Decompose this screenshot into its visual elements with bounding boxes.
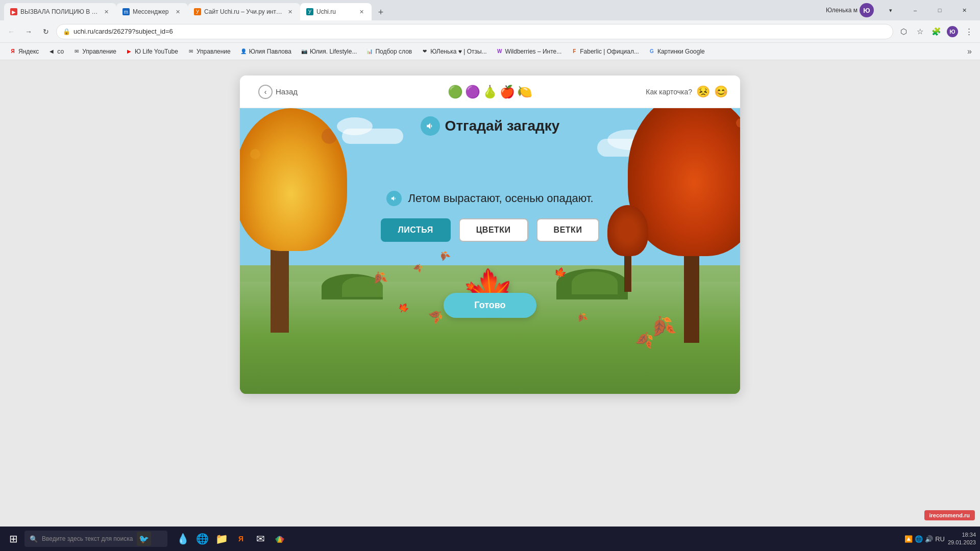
taskbar-folder-icon[interactable]: 📁 (212, 530, 231, 548)
tray-volume-icon[interactable]: 🔊 (925, 535, 933, 543)
tab-bar: ▶ ВЫЗВАЛА ПОЛИЦИЮ В ТРЕШ ✕ m Мессенджер … (0, 0, 980, 20)
bookmark-yulenka-label: ЮЛенька ♥ | Отзы... (430, 48, 486, 55)
rating-bad-button[interactable]: 😣 (696, 85, 710, 98)
tray-network-icon[interactable]: 🌐 (915, 535, 923, 543)
bookmark-yulenka[interactable]: ❤ ЮЛенька ♥ | Отзы... (417, 46, 491, 57)
bookmark-star-icon[interactable]: ☆ (913, 24, 927, 39)
bookmark-lifestyle[interactable]: 📷 Юлия. Lifestyle... (297, 46, 361, 57)
tab-4-close[interactable]: ✕ (357, 8, 365, 16)
answer-buttons: листья цветки ветки (381, 218, 600, 242)
title-sound-button[interactable] (421, 116, 440, 136)
tray-expand-icon[interactable]: 🔼 (904, 535, 913, 543)
tab-3[interactable]: У Сайт Uchi.ru – Учи.ру интеракти... ✕ (188, 3, 300, 20)
start-button[interactable]: ⊞ (4, 530, 22, 548)
profile-button[interactable]: Ю (860, 3, 874, 17)
bookmark-words[interactable]: 📊 Подбор слов (362, 46, 416, 57)
bookmark-yandex[interactable]: Я Яндекс (5, 46, 43, 57)
bookmark-google-images[interactable]: G Картинки Google (644, 46, 709, 57)
bookmark-co-icon: ◀ (48, 48, 55, 55)
bookmark-manage1-label: Управление (82, 48, 116, 55)
bookmark-wildberries[interactable]: W Wildberries – Инте... (492, 46, 566, 57)
taskbar-search-box[interactable]: 🔍 Введите здесь текст для поиска 🐦 (24, 531, 167, 547)
bookmark-wildberries-icon: W (496, 48, 503, 55)
card-rating: Как карточка? 😣 😊 (646, 85, 728, 98)
toolbar-actions: ⬡ ☆ 🧩 Ю ⋮ (896, 24, 976, 39)
bookmark-co[interactable]: ◀ со (44, 46, 68, 57)
menu-button[interactable]: ⋮ (962, 24, 976, 39)
riddle-text-row: Летом вырастают, осенью опадают. (386, 191, 593, 206)
fruit-2: 🟣 (465, 86, 480, 98)
close-button[interactable]: ✕ (952, 2, 976, 18)
bookmarks-more-button[interactable]: » (964, 45, 975, 58)
riddle-text: Летом вырастают, осенью опадают. (408, 192, 593, 205)
bookmark-google-label: Картинки Google (657, 48, 705, 55)
tab-1-close[interactable]: ✕ (102, 8, 110, 16)
taskbar-time-value: 18:34 (948, 531, 976, 539)
tab-1-label: ВЫЗВАЛА ПОЛИЦИЮ В ТРЕШ (20, 8, 99, 15)
tab-2-close[interactable]: ✕ (174, 8, 182, 16)
bookmark-youtube-icon: ▶ (126, 48, 133, 55)
taskbar-clock[interactable]: 18:34 29.01.2023 (948, 531, 976, 547)
answer-button-2[interactable]: цветки (459, 218, 528, 242)
sys-tray-icons: 🔼 🌐 🔊 RU (904, 535, 945, 543)
maximize-button[interactable]: □ (928, 2, 951, 18)
bookmark-faberlic-label: Faberlic | Официал... (580, 48, 639, 55)
profile-avatar-button[interactable]: Ю (945, 24, 960, 39)
bookmark-yulia[interactable]: 👤 Юлия Павлова (236, 46, 296, 57)
bookmark-manage2[interactable]: ✉ Управление (183, 46, 235, 57)
taskbar-dropbox-icon[interactable]: 💧 (174, 530, 192, 548)
reload-button[interactable]: ↻ (39, 24, 53, 39)
user-badge: Юленька м Ю (822, 2, 878, 18)
riddle-sound-button[interactable] (386, 191, 402, 206)
taskbar-mail-icon[interactable]: ✉ (251, 530, 270, 548)
user-label: Юленька м (826, 7, 857, 14)
taskbar-chrome-icon[interactable] (271, 530, 289, 548)
address-bar[interactable]: 🔒 uchi.ru/cards/26279?subject_id=6 (56, 24, 893, 39)
bookmark-lifestyle-icon: 📷 (301, 48, 308, 55)
bookmark-faberlic-icon: F (571, 48, 578, 55)
cast-icon[interactable]: ⬡ (896, 24, 911, 39)
back-circle-icon: ‹ (258, 85, 273, 99)
back-button[interactable]: ‹ Назад (252, 82, 304, 102)
browser-toolbar: ← → ↻ 🔒 uchi.ru/cards/26279?subject_id=6… (0, 20, 980, 43)
tab-4-label: Uchi.ru (316, 8, 354, 15)
answer-button-1[interactable]: листья (381, 218, 451, 242)
forward-nav-button[interactable]: → (21, 24, 36, 39)
new-tab-button[interactable]: + (374, 5, 388, 19)
taskbar-right: 🔼 🌐 🔊 RU 18:34 29.01.2023 (904, 531, 976, 547)
profile-dropdown-icon[interactable]: ▾ (879, 2, 902, 18)
taskbar-cortana-bird: 🐦 (137, 532, 151, 546)
bookmark-yulia-icon: 👤 (240, 48, 247, 55)
taskbar-yandex-icon[interactable]: Я (232, 530, 250, 548)
bookmark-yulia-label: Юлия Павлова (249, 48, 291, 55)
bookmark-manage2-icon: ✉ (187, 48, 194, 55)
back-label: Назад (276, 87, 298, 96)
rating-label: Как карточка? (646, 88, 692, 96)
tab-1[interactable]: ▶ ВЫЗВАЛА ПОЛИЦИЮ В ТРЕШ ✕ (4, 3, 116, 20)
app-header: ‹ Назад 🟢 🟣 🍐 🍎 🍋 Как карточка? 😣 😊 (240, 76, 740, 108)
back-nav-button[interactable]: ← (4, 24, 18, 39)
taskbar-edge-icon[interactable]: 🌐 (193, 530, 211, 548)
bookmark-manage1[interactable]: ✉ Управление (69, 46, 120, 57)
done-button[interactable]: Готово (444, 293, 536, 318)
tab-2-favicon: m (122, 8, 130, 15)
extension-icon[interactable]: 🧩 (929, 24, 943, 39)
bookmarks-bar: Я Яндекс ◀ со ✉ Управление ▶ Ю Life YouT… (0, 43, 980, 60)
bookmark-youtube[interactable]: ▶ Ю Life YouTube (121, 46, 182, 57)
bookmark-manage1-icon: ✉ (73, 48, 80, 55)
answer-button-3[interactable]: ветки (536, 218, 600, 242)
tab-2[interactable]: m Мессенджер ✕ (116, 3, 188, 20)
tab-4[interactable]: У Uchi.ru ✕ (300, 3, 372, 20)
page-content: ‹ Назад 🟢 🟣 🍐 🍎 🍋 Как карточка? 😣 😊 (0, 60, 980, 551)
minimize-button[interactable]: – (903, 2, 927, 18)
tab-3-close[interactable]: ✕ (286, 8, 294, 16)
rating-good-button[interactable]: 😊 (714, 85, 728, 98)
bookmark-faberlic[interactable]: F Faberlic | Официал... (567, 46, 643, 57)
taskbar-search-icon: 🔍 (30, 535, 38, 543)
bookmark-wildberries-label: Wildberries – Инте... (505, 48, 562, 55)
bookmark-google-icon: G (648, 48, 655, 55)
tab-3-favicon: У (194, 8, 201, 15)
bookmark-yulenka-icon: ❤ (421, 48, 428, 55)
bookmark-lifestyle-label: Юлия. Lifestyle... (310, 48, 357, 55)
watermark: irecommend.ru (924, 510, 975, 520)
